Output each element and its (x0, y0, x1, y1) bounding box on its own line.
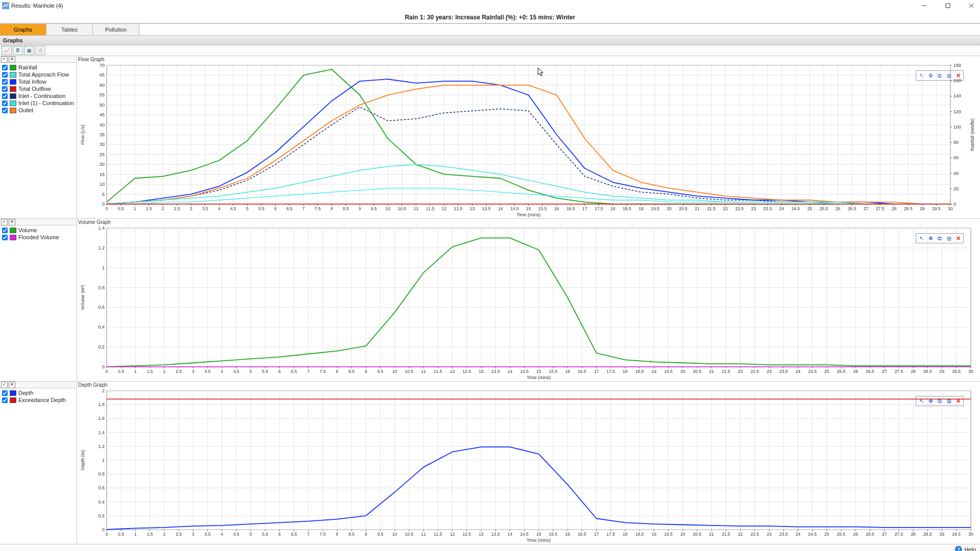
legend-item[interactable]: Outlet (1, 107, 76, 114)
print-icon[interactable]: ⎙ (35, 46, 45, 55)
grid-icon[interactable]: ▦ (24, 46, 34, 55)
legend-swatch (10, 228, 16, 233)
legend-item[interactable]: Rainfall (1, 64, 76, 71)
legend-checkbox[interactable] (2, 101, 8, 106)
legend-close[interactable]: ✕ (9, 56, 15, 63)
legend-close[interactable]: ✕ (9, 382, 15, 388)
line-chart-icon[interactable]: 📈 (2, 46, 12, 55)
chart-column: Flow Graph↖✥⧉⊞✕0510152025303540455055606… (77, 56, 980, 218)
chart-plot[interactable]: ↖✥⧉⊞✕00.20.40.60.811.21.400.511.522.533.… (77, 225, 978, 381)
svg-text:0: 0 (102, 202, 105, 207)
legend-swatch (10, 235, 16, 240)
svg-text:1.2: 1.2 (98, 444, 105, 449)
svg-text:23.5: 23.5 (764, 206, 772, 211)
legend-checkbox[interactable] (2, 93, 8, 99)
svg-rect-2 (946, 4, 950, 8)
svg-text:20: 20 (100, 162, 105, 167)
svg-text:20.5: 20.5 (679, 206, 688, 211)
chart-pane: ✓✕DepthExceedance DepthDepth Graph↖✥⧉⊞✕0… (0, 382, 980, 544)
legend-checkbox[interactable] (2, 235, 8, 240)
help-label[interactable]: Help (964, 546, 976, 551)
svg-text:7.5: 7.5 (320, 532, 326, 537)
svg-text:15: 15 (536, 369, 542, 374)
svg-text:24.5: 24.5 (808, 532, 817, 537)
svg-text:13: 13 (479, 369, 484, 374)
minimize-button[interactable] (916, 0, 933, 11)
svg-text:13.5: 13.5 (482, 206, 491, 211)
tab-graphs[interactable]: Graphs (0, 24, 46, 35)
layers-icon[interactable]: ≣ (13, 46, 23, 55)
legend-checkbox[interactable] (2, 86, 8, 92)
legend-item[interactable]: Total Approach Flow (1, 71, 76, 78)
help-icon[interactable]: ? (955, 546, 962, 551)
svg-text:3.5: 3.5 (202, 206, 208, 211)
svg-text:16.5: 16.5 (567, 206, 575, 211)
svg-text:1: 1 (102, 458, 105, 463)
legend-item[interactable]: Total Outflow (1, 85, 76, 92)
svg-text:3: 3 (192, 532, 194, 537)
close-button[interactable] (963, 0, 980, 11)
legend-item[interactable]: Depth (1, 389, 76, 396)
chart-plot[interactable]: ↖✥⧉⊞✕051015202530354045505560657000.511.… (77, 62, 978, 218)
svg-text:9: 9 (359, 206, 361, 211)
svg-text:14: 14 (507, 532, 512, 537)
svg-text:22.5: 22.5 (735, 206, 744, 211)
legend-checkbox[interactable] (2, 79, 8, 85)
svg-text:27: 27 (882, 532, 887, 537)
svg-text:1.4: 1.4 (98, 226, 105, 231)
chart-plot[interactable]: ↖✥⧉⊞✕00.20.40.60.811.21.41.61.8200.511.5… (77, 388, 978, 544)
legend-swatch (10, 86, 16, 92)
svg-text:14.5: 14.5 (520, 369, 529, 374)
svg-text:2: 2 (102, 388, 105, 393)
svg-text:22.5: 22.5 (750, 532, 759, 537)
svg-text:4: 4 (220, 532, 223, 537)
svg-text:140: 140 (953, 93, 961, 98)
legend-checkbox[interactable] (2, 397, 8, 403)
svg-text:6.5: 6.5 (291, 532, 297, 537)
legend-item[interactable]: Exceedance Depth (1, 396, 76, 404)
legend-item[interactable]: Inlet - Continuation (1, 92, 76, 99)
svg-text:1.5: 1.5 (147, 369, 153, 374)
svg-text:10: 10 (393, 369, 398, 374)
legend-toggle-all[interactable]: ✓ (1, 56, 8, 63)
legend-item[interactable]: Total Inflow (1, 78, 76, 85)
svg-text:30: 30 (968, 369, 973, 374)
svg-text:60: 60 (953, 155, 959, 160)
legend-checkbox[interactable] (2, 65, 8, 70)
svg-text:29: 29 (940, 369, 945, 374)
svg-text:28.5: 28.5 (923, 532, 932, 537)
svg-text:11.5: 11.5 (426, 206, 434, 211)
svg-text:26: 26 (836, 206, 841, 211)
svg-text:5: 5 (246, 206, 249, 211)
svg-text:17: 17 (594, 369, 599, 374)
svg-text:21: 21 (709, 532, 714, 537)
svg-text:23: 23 (767, 532, 772, 537)
legend-close[interactable]: ✕ (9, 219, 15, 226)
svg-text:Flow (L/s): Flow (L/s) (80, 124, 85, 145)
legend-checkbox[interactable] (2, 72, 8, 78)
svg-text:28: 28 (892, 206, 897, 211)
svg-text:7: 7 (307, 532, 310, 537)
legend-checkbox[interactable] (2, 108, 8, 113)
chart-title: Volume Graph (77, 219, 978, 225)
svg-text:22: 22 (738, 369, 743, 374)
legend-label: Rainfall (18, 64, 37, 70)
legend-item[interactable]: Flooded Volume (1, 234, 76, 241)
tab-tables[interactable]: Tables (46, 24, 93, 35)
legend-checkbox[interactable] (2, 390, 8, 396)
legend-item[interactable]: Inlet (1) - Continuation (1, 99, 76, 107)
legend-toggle-all[interactable]: ✓ (1, 382, 8, 388)
legend-toggle-all[interactable]: ✓ (1, 219, 8, 226)
svg-text:26.5: 26.5 (866, 532, 874, 537)
legend-label: Total Approach Flow (18, 71, 69, 78)
svg-text:27.5: 27.5 (876, 206, 885, 211)
maximize-button[interactable] (939, 0, 957, 11)
svg-text:160: 160 (953, 78, 961, 83)
tab-pollution[interactable]: Pollution (93, 24, 139, 35)
svg-text:24: 24 (796, 532, 801, 537)
legend-item[interactable]: Volume (1, 227, 76, 234)
svg-text:19.5: 19.5 (651, 206, 659, 211)
legend-checkbox[interactable] (2, 228, 8, 233)
svg-text:80: 80 (953, 140, 959, 145)
legend-swatch (10, 72, 16, 78)
